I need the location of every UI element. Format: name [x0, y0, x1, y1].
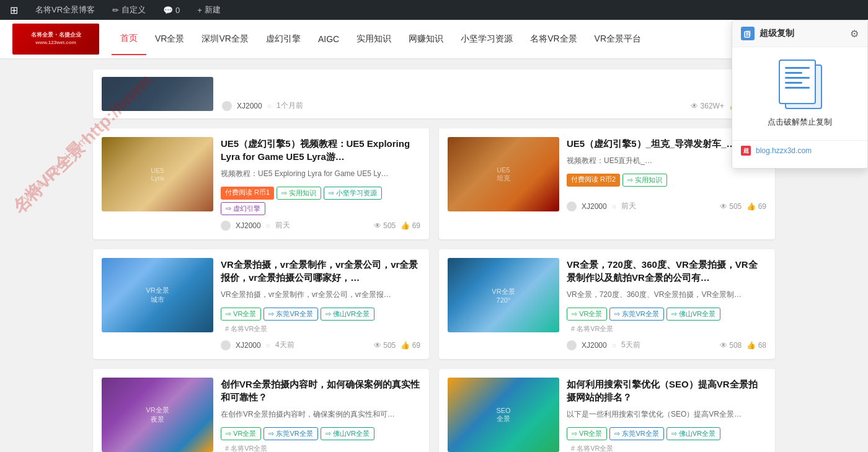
doc-line-5 — [785, 87, 810, 89]
tag-1-0[interactable]: 付费阅读 R币1 — [221, 187, 274, 200]
likes-2: 👍 69 — [746, 202, 766, 211]
post-card-6-inner: SEO全景 如何利用搜索引擎优化（SEO）提高VR全景拍摄网站的排名？ 以下是一… — [439, 369, 775, 452]
time-3: 4天前 — [275, 340, 294, 350]
tag-3-0[interactable]: ⇨ VR全景 — [221, 308, 261, 321]
post-title-1[interactable]: UE5（虚幻引擎5）视频教程：UE5 Exploring Lyra for Ga… — [221, 137, 420, 163]
post-title-4[interactable]: VR全景，720度、360度、VR全景拍摄，VR全景制作以及航拍VR全景的公司有… — [567, 258, 766, 284]
post-tags-1: 付费阅读 R币1 ⇨ 实用知识 ⇨ 小坚学习资源 ⇨ 虚幻引擎 — [221, 187, 420, 215]
wp-logo-button[interactable]: ⊞ — [6, 0, 22, 20]
author-4: XJ2000 — [582, 341, 607, 350]
popup-action-text[interactable]: 点击破解禁止复制 — [768, 117, 832, 128]
tag-2-0[interactable]: 付费阅读 R币2 — [567, 174, 620, 187]
tag-4-1[interactable]: ⇨ 东莞VR全景 — [609, 308, 663, 321]
post-card-6: SEO全景 如何利用搜索引擎优化（SEO）提高VR全景拍摄网站的排名？ 以下是一… — [439, 369, 775, 452]
post-excerpt-4: VR全景，720度、360度、VR全景拍摄，VR全景制… — [567, 289, 766, 300]
dot-4: ○ — [612, 341, 616, 350]
customize-label: 自定义 — [122, 4, 146, 16]
post-thumb-4[interactable]: VR全景720° — [448, 258, 559, 332]
nav-item-shenzhen-vr[interactable]: 深圳VR全景 — [193, 24, 257, 55]
tag-6-0[interactable]: ⇨ VR全景 — [567, 427, 607, 440]
tag-6-3[interactable]: # 名将VR全景 — [567, 443, 618, 452]
tag-6-2[interactable]: ⇨ 佛山VR全景 — [666, 427, 720, 440]
post-card-3-inner: VR全景城市 VR全景拍摄，vr全景制作，vr全景公司，vr全景报价，vr全景拍… — [93, 249, 429, 359]
post-excerpt-1: 视频教程：UE5 Exploring Lyra for Game UE5 Ly… — [221, 168, 420, 179]
author-2: XJ2000 — [582, 202, 607, 211]
post-title-3[interactable]: VR全景拍摄，vr全景制作，vr全景公司，vr全景报价，vr全景拍摄公司哪家好，… — [221, 258, 420, 284]
post-thumb-3[interactable]: VR全景城市 — [102, 258, 213, 332]
tag-4-3[interactable]: # 名将VR全景 — [567, 323, 618, 335]
top-card-thumb — [102, 77, 213, 111]
wordpress-icon: ⊞ — [10, 4, 18, 16]
doc-line-2 — [785, 72, 802, 74]
popup-gear-icon[interactable]: ⚙ — [850, 28, 859, 40]
nav-item-vr-platform[interactable]: VR全景平台 — [586, 24, 650, 55]
post-card-1-inner: UE5Lyra UE5（虚幻引擎5）视频教程：UE5 Exploring Lyr… — [93, 128, 429, 239]
tag-5-2[interactable]: ⇨ 佛山VR全景 — [321, 427, 374, 440]
new-post-button[interactable]: + 新建 — [193, 0, 224, 20]
nav-item-skills[interactable]: 实用知识 — [348, 24, 400, 55]
post-thumb-2[interactable]: UE5坦克 — [448, 137, 559, 211]
nav-item-ue[interactable]: 虚幻引擎 — [257, 24, 309, 55]
admin-bar: ⊞ 名将VR全景博客 ✏ 自定义 💬 0 + 新建 — [0, 0, 868, 20]
tag-1-3[interactable]: ⇨ 虚幻引擎 — [221, 202, 265, 215]
post-info-1: UE5（虚幻引擎5）视频教程：UE5 Exploring Lyra for Ga… — [221, 137, 420, 231]
avatar-2 — [567, 202, 577, 211]
customize-button[interactable]: ✏ 自定义 — [108, 0, 149, 20]
comments-count: 0 — [175, 6, 180, 15]
nav-item-vr[interactable]: VR全景 — [146, 24, 193, 55]
tag-1-1[interactable]: ⇨ 实用知识 — [277, 187, 321, 200]
post-tags-2: 付费阅读 R币2 ⇨ 实用知识 — [567, 174, 766, 187]
site-name-button[interactable]: 名将VR全景博客 — [32, 0, 99, 20]
nav-item-mingjiang-vr[interactable]: 名将VR全景 — [521, 24, 585, 55]
doc-line-3 — [785, 77, 810, 79]
top-meta-time: 1个月前 — [277, 100, 303, 111]
post-card-2-inner: UE5坦克 UE5（虚幻引擎5）_坦克_导弹发射车_… 视频教程：UE5直升机_… — [439, 128, 775, 220]
post-meta-3: XJ2000 ○ 4天前 👁 505 👍 69 — [221, 340, 420, 350]
nav-item-earn[interactable]: 网赚知识 — [400, 24, 452, 55]
popup-site-url[interactable]: blog.hzzx3d.com — [756, 146, 812, 155]
tag-6-1[interactable]: ⇨ 东莞VR全景 — [609, 427, 663, 440]
nav-item-resources[interactable]: 小坚学习资源 — [452, 24, 521, 55]
post-thumb-1[interactable]: UE5Lyra — [102, 137, 213, 211]
tag-5-0[interactable]: ⇨ VR全景 — [221, 427, 261, 440]
post-title-5[interactable]: 创作VR全景拍摄内容时，如何确保案例的真实性和可靠性？ — [221, 378, 420, 404]
tag-3-1[interactable]: ⇨ 东莞VR全景 — [264, 308, 317, 321]
comments-button[interactable]: 💬 0 — [159, 0, 184, 20]
comments-icon: 💬 — [163, 6, 173, 15]
post-title-6[interactable]: 如何利用搜索引擎优化（SEO）提高VR全景拍摄网站的排名？ — [567, 378, 766, 404]
site-logo[interactable]: 名将全景・名捷企业 www.123wei.com — [12, 24, 99, 55]
post-tags-6: ⇨ VR全景 ⇨ 东莞VR全景 ⇨ 佛山VR全景 # 名将VR全景 — [567, 427, 766, 452]
post-card-5-inner: VR全景夜景 创作VR全景拍摄内容时，如何确保案例的真实性和可靠性？ 在创作VR… — [93, 369, 429, 452]
tag-3-3[interactable]: # 名将VR全景 — [221, 323, 272, 335]
views-4: 👁 508 — [720, 341, 742, 350]
popup-title-area: 超级复制 — [741, 27, 794, 40]
dot-3: ○ — [266, 341, 270, 350]
super-copy-popup: 超级复制 ⚙ 点击破解禁止复制 超 blog.hzzx3d.com — [732, 20, 868, 169]
post-card-2: UE5坦克 UE5（虚幻引擎5）_坦克_导弹发射车_… 视频教程：UE5直升机_… — [439, 128, 775, 239]
doc-line-1 — [785, 67, 810, 69]
dot-2: ○ — [612, 202, 616, 211]
tag-5-3[interactable]: # 名将VR全景 — [221, 443, 272, 452]
post-excerpt-3: VR全景拍摄，vr全景制作，vr全景公司，vr全景报… — [221, 289, 420, 300]
post-info-5: 创作VR全景拍摄内容时，如何确保案例的真实性和可靠性？ 在创作VR全景拍摄内容时… — [221, 378, 420, 452]
post-meta-1: XJ2000 ○ 前天 👁 505 👍 69 — [221, 220, 420, 231]
post-meta-4: XJ2000 ○ 5天前 👁 508 👍 68 — [567, 340, 766, 350]
tag-5-1[interactable]: ⇨ 东莞VR全景 — [264, 427, 317, 440]
nav-item-aigc[interactable]: AIGC — [309, 24, 348, 54]
tag-3-2[interactable]: ⇨ 佛山VR全景 — [321, 308, 374, 321]
popup-body: 点击破解禁止复制 — [732, 47, 867, 140]
tag-4-0[interactable]: ⇨ VR全景 — [567, 308, 607, 321]
tag-4-2[interactable]: ⇨ 佛山VR全景 — [666, 308, 720, 321]
post-thumb-6[interactable]: SEO全景 — [448, 378, 559, 452]
copy-large-icon — [775, 60, 825, 109]
posts-grid: UE5Lyra UE5（虚幻引擎5）视频教程：UE5 Exploring Lyr… — [93, 128, 775, 452]
author-1: XJ2000 — [236, 221, 261, 230]
likes-3: 👍 69 — [401, 341, 420, 350]
top-meta-dot: ○ — [267, 102, 272, 110]
nav-item-home[interactable]: 首页 — [112, 23, 146, 55]
site-logo-text: 名将全景・名捷企业 www.123wei.com — [31, 32, 81, 46]
tag-1-2[interactable]: ⇨ 小坚学习资源 — [324, 187, 382, 200]
post-card-4: VR全景720° VR全景，720度、360度、VR全景拍摄，VR全景制作以及航… — [439, 249, 775, 359]
post-thumb-5[interactable]: VR全景夜景 — [102, 378, 213, 452]
tag-2-1[interactable]: ⇨ 实用知识 — [622, 174, 667, 187]
